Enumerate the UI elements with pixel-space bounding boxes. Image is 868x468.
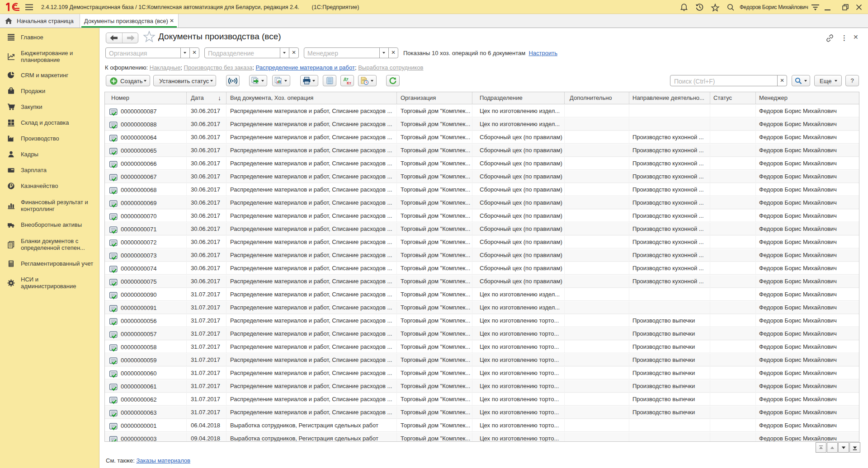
svg-text:Кт: Кт xyxy=(347,81,351,85)
